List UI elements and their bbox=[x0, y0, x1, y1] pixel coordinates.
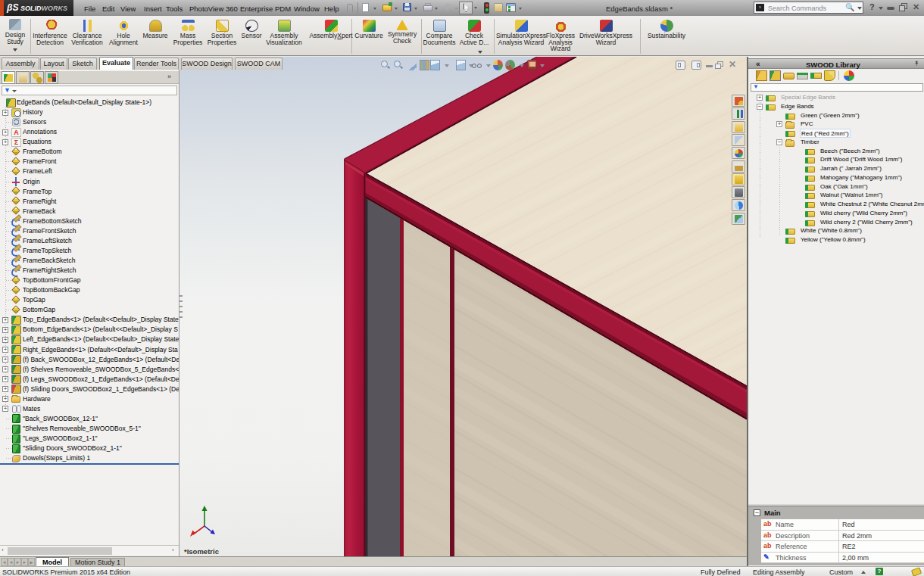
svg-text:*Isometric: *Isometric bbox=[184, 547, 219, 556]
